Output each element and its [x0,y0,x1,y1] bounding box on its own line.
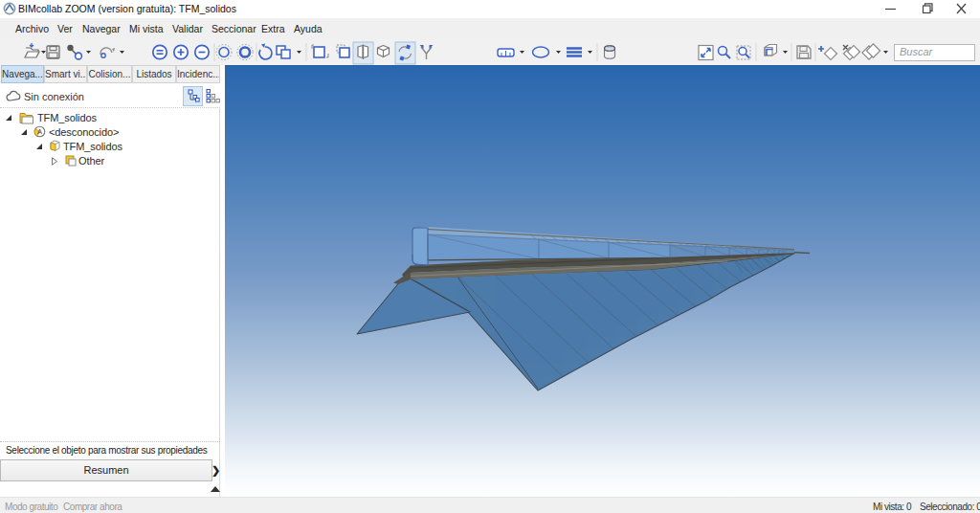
svg-text:A: A [37,127,42,136]
svg-text:Buscar: Buscar [900,46,934,57]
